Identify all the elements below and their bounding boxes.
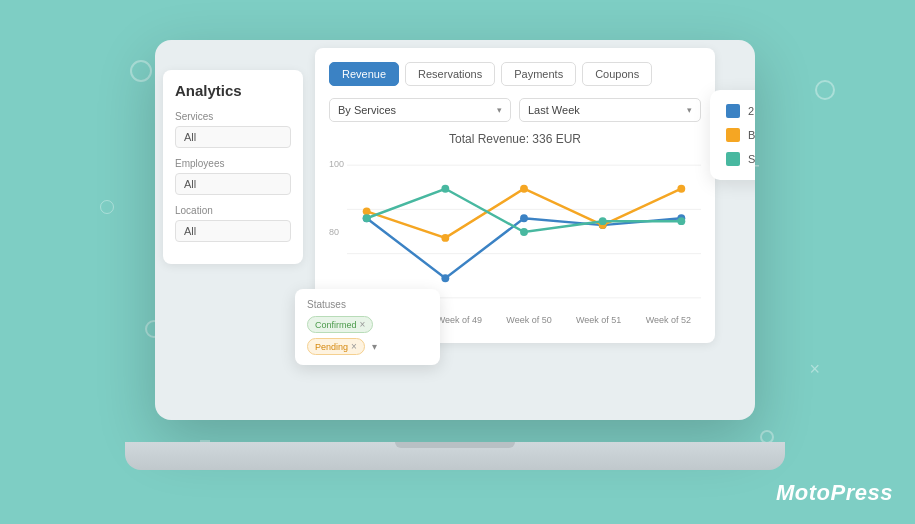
y-axis-labels: 100 80 60 — [329, 154, 344, 309]
by-services-label: By Services — [338, 104, 396, 116]
legend-panel: 2 Days Programs Body Relaxation Spa Prog… — [710, 90, 755, 180]
x-label-w50: Week of 50 — [506, 315, 551, 325]
deco-circle-2 — [100, 200, 114, 214]
chevron-down-icon-2: ▾ — [687, 105, 692, 115]
svg-point-17 — [599, 217, 607, 225]
sidebar-title: Analytics — [175, 82, 291, 99]
legend-item-teal: Spa Programs — [726, 152, 755, 166]
employees-filter-label: Employees — [175, 158, 291, 169]
deco-x-4: × — [809, 360, 820, 378]
legend-label-teal: Spa Programs — [748, 153, 755, 165]
tab-coupons[interactable]: Coupons — [582, 62, 652, 86]
deco-circle-1 — [130, 60, 152, 82]
by-services-select[interactable]: By Services ▾ — [329, 98, 511, 122]
legend-item-yellow: Body Relaxation — [726, 128, 755, 142]
confirmed-label: Confirmed — [315, 320, 357, 330]
services-filter-label: Services — [175, 111, 291, 122]
last-week-select[interactable]: Last Week ▾ — [519, 98, 701, 122]
laptop-base — [125, 442, 785, 470]
location-filter-label: Location — [175, 205, 291, 216]
svg-point-5 — [441, 274, 449, 282]
svg-point-9 — [363, 207, 371, 215]
analytics-sidebar: Analytics Services Employees Location — [163, 70, 303, 264]
legend-color-yellow — [726, 128, 740, 142]
tag-pending: Pending × — [307, 338, 365, 355]
services-filter-group: Services — [175, 111, 291, 148]
x-label-w49: Week of 49 — [437, 315, 482, 325]
y-label-80: 80 — [329, 227, 344, 237]
legend-label-blue: 2 Days Programs — [748, 105, 755, 117]
chevron-down-icon: ▾ — [497, 105, 502, 115]
legend-item-blue: 2 Days Programs — [726, 104, 755, 118]
statuses-popup: Statuses Confirmed × Pending × ▾ — [295, 289, 440, 365]
tab-payments[interactable]: Payments — [501, 62, 576, 86]
pending-label: Pending — [315, 342, 348, 352]
tab-reservations[interactable]: Reservations — [405, 62, 495, 86]
deco-circle-5 — [815, 80, 835, 100]
last-week-label: Last Week — [528, 104, 580, 116]
statuses-label: Statuses — [307, 299, 428, 310]
svg-point-13 — [677, 185, 685, 193]
svg-point-18 — [677, 217, 685, 225]
svg-point-10 — [441, 234, 449, 242]
total-revenue-label: Total Revenue: 336 EUR — [329, 132, 701, 146]
location-filter-group: Location — [175, 205, 291, 242]
svg-point-16 — [520, 228, 528, 236]
laptop-wrapper: Analytics Services Employees Location Re… — [155, 40, 775, 470]
svg-point-6 — [520, 214, 528, 222]
tabs-row: Revenue Reservations Payments Coupons — [329, 62, 701, 86]
line-chart — [347, 154, 701, 309]
tags-dropdown-icon[interactable]: ▾ — [372, 341, 377, 352]
employees-filter-group: Employees — [175, 158, 291, 195]
pending-close-icon[interactable]: × — [351, 341, 357, 352]
branding-label: MotoPress — [776, 480, 893, 506]
legend-color-teal — [726, 152, 740, 166]
laptop-screen: Analytics Services Employees Location Re… — [155, 40, 755, 420]
statuses-tags: Confirmed × Pending × ▾ — [307, 316, 428, 355]
employees-filter-input[interactable] — [175, 173, 291, 195]
svg-point-14 — [363, 214, 371, 222]
tab-revenue[interactable]: Revenue — [329, 62, 399, 86]
confirmed-close-icon[interactable]: × — [360, 319, 366, 330]
legend-color-blue — [726, 104, 740, 118]
svg-point-11 — [520, 185, 528, 193]
location-filter-input[interactable] — [175, 220, 291, 242]
tag-confirmed: Confirmed × — [307, 316, 373, 333]
x-label-w52: Week of 52 — [646, 315, 691, 325]
x-label-w51: Week of 51 — [576, 315, 621, 325]
legend-label-yellow: Body Relaxation — [748, 129, 755, 141]
services-filter-input[interactable] — [175, 126, 291, 148]
y-label-100: 100 — [329, 159, 344, 169]
filters-row: By Services ▾ Last Week ▾ — [329, 98, 701, 122]
svg-point-15 — [441, 185, 449, 193]
